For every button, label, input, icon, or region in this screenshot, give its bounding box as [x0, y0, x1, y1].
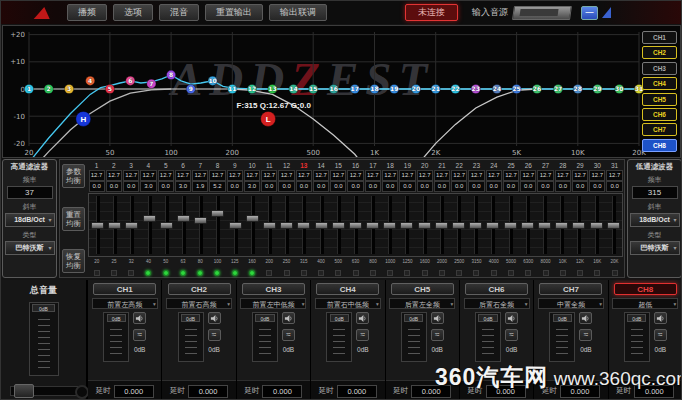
phase-button[interactable]: ≈: [505, 329, 518, 341]
slider-thumb[interactable]: [315, 222, 328, 229]
speaker-assign-dropdown[interactable]: 前置右高频: [166, 298, 232, 309]
channel-header-button[interactable]: CH7: [539, 283, 602, 295]
eq-q-value[interactable]: 12.7: [89, 170, 105, 181]
eq-point-3[interactable]: 3: [65, 84, 74, 93]
input-source-dropdown[interactable]: [512, 6, 572, 20]
eq-q-value[interactable]: 12.7: [192, 170, 208, 181]
eq-gain-value[interactable]: 0.0: [451, 181, 467, 192]
slider-thumb[interactable]: [229, 222, 242, 229]
mute-button[interactable]: [505, 312, 518, 324]
eq-point-15[interactable]: 15: [309, 84, 318, 93]
phase-button[interactable]: ≈: [282, 329, 295, 341]
eq-slider-band-19[interactable]: [398, 194, 415, 256]
eq-q-value[interactable]: 12.7: [486, 170, 502, 181]
eq-slider-band-22[interactable]: [450, 194, 467, 256]
eq-point-27[interactable]: 27: [554, 84, 563, 93]
channel-level-slider[interactable]: 0dB: [401, 312, 427, 362]
eq-gain-value[interactable]: 0.0: [555, 181, 571, 192]
eq-band-led[interactable]: [301, 270, 307, 276]
eq-slider-band-1[interactable]: [89, 194, 106, 256]
delay-value[interactable]: 0.000: [188, 385, 228, 398]
eq-q-value[interactable]: 12.7: [261, 170, 277, 181]
hpf-type-dropdown[interactable]: 巴特沃斯: [5, 241, 55, 255]
eq-point-23[interactable]: 23: [471, 84, 480, 93]
eq-point-26[interactable]: 26: [532, 84, 541, 93]
window-control-icon[interactable]: [602, 7, 611, 18]
eq-slider-band-10[interactable]: [244, 194, 261, 256]
channel-level-slider[interactable]: 0dB: [624, 312, 650, 362]
slider-thumb[interactable]: [177, 215, 190, 222]
eq-slider-band-8[interactable]: [209, 194, 226, 256]
eq-slider-band-20[interactable]: [416, 194, 433, 256]
eq-band-led[interactable]: [577, 270, 583, 276]
eq-band-led[interactable]: [249, 270, 255, 276]
eq-q-value[interactable]: 12.7: [382, 170, 398, 181]
eq-point-21[interactable]: 21: [431, 84, 440, 93]
eq-slider-band-31[interactable]: [605, 194, 622, 256]
eq-gain-value[interactable]: 1.9: [192, 181, 208, 192]
eq-band-led[interactable]: [335, 270, 341, 276]
lpf-type-dropdown[interactable]: 巴特沃斯: [630, 241, 680, 255]
eq-gain-value[interactable]: 0.0: [261, 181, 277, 192]
eq-gain-value[interactable]: 0.0: [296, 181, 312, 192]
slider-thumb[interactable]: [194, 217, 207, 224]
eq-slider-band-3[interactable]: [123, 194, 140, 256]
graph-channel-button-ch1[interactable]: CH1: [642, 31, 677, 44]
eq-band-led[interactable]: [612, 270, 618, 276]
eq-point-22[interactable]: 22: [451, 84, 460, 93]
eq-q-value[interactable]: 12.7: [503, 170, 519, 181]
channel-header-button[interactable]: CH3: [242, 283, 305, 295]
eq-point-10[interactable]: 10: [208, 76, 217, 85]
eq-q-value[interactable]: 12.7: [158, 170, 174, 181]
eq-point-12[interactable]: 12: [247, 84, 256, 93]
slider-thumb[interactable]: [280, 222, 293, 229]
eq-gain-value[interactable]: 5.2: [209, 181, 225, 192]
eq-slider-band-4[interactable]: [141, 194, 158, 256]
eq-band-led[interactable]: [353, 270, 359, 276]
eq-band-led[interactable]: [232, 270, 238, 276]
eq-slider-band-25[interactable]: [502, 194, 519, 256]
graph-channel-button-ch7[interactable]: CH7: [642, 123, 677, 136]
menu-button-5[interactable]: 输出联调: [269, 4, 327, 21]
eq-point-7[interactable]: 7: [147, 79, 156, 88]
channel-header-button[interactable]: CH1: [93, 283, 156, 295]
eq-point-20[interactable]: 20: [411, 84, 420, 93]
eq-band-led[interactable]: [543, 270, 549, 276]
eq-gain-value[interactable]: 0.0: [434, 181, 450, 192]
eq-band-led[interactable]: [422, 270, 428, 276]
speaker-assign-dropdown[interactable]: 前置左中低频: [240, 298, 306, 309]
eq-point-18[interactable]: 18: [370, 84, 379, 93]
slider-thumb[interactable]: [452, 222, 465, 229]
eq-q-value[interactable]: 12.7: [313, 170, 329, 181]
graph-channel-button-ch6[interactable]: CH6: [642, 108, 677, 121]
mute-button[interactable]: [431, 312, 444, 324]
channel-level-slider[interactable]: 0dB: [178, 312, 204, 362]
eq-gain-value[interactable]: 0.0: [313, 181, 329, 192]
graph-channel-button-ch3[interactable]: CH3: [642, 62, 677, 75]
slider-thumb[interactable]: [486, 222, 499, 229]
speaker-assign-dropdown[interactable]: 后置右全频: [464, 298, 530, 309]
eq-point-28[interactable]: 28: [573, 84, 582, 93]
eq-q-value[interactable]: 12.7: [572, 170, 588, 181]
slider-thumb[interactable]: [160, 222, 173, 229]
eq-band-led[interactable]: [370, 270, 376, 276]
speaker-assign-dropdown[interactable]: 前置右中低频: [315, 298, 381, 309]
eq-band-led[interactable]: [128, 270, 134, 276]
eq-point-17[interactable]: 17: [350, 84, 359, 93]
eq-gain-value[interactable]: 0.0: [399, 181, 415, 192]
mute-button[interactable]: [579, 312, 592, 324]
eq-band-led[interactable]: [404, 270, 410, 276]
slider-thumb[interactable]: [211, 210, 224, 217]
eq-point-24[interactable]: 24: [492, 84, 501, 93]
channel-header-button[interactable]: CH6: [465, 283, 528, 295]
slider-thumb[interactable]: [538, 222, 551, 229]
slider-thumb[interactable]: [572, 222, 585, 229]
eq-band-led[interactable]: [163, 270, 169, 276]
eq-band-led[interactable]: [439, 270, 445, 276]
channel-level-slider[interactable]: 0dB: [475, 312, 501, 362]
eq-gain-value[interactable]: 0.0: [606, 181, 622, 192]
eq-slider-band-13[interactable]: [295, 194, 312, 256]
eq-slider-band-23[interactable]: [467, 194, 484, 256]
eq-function-button-2[interactable]: 重置均衡: [62, 207, 85, 231]
eq-point-6[interactable]: 6: [126, 76, 135, 85]
